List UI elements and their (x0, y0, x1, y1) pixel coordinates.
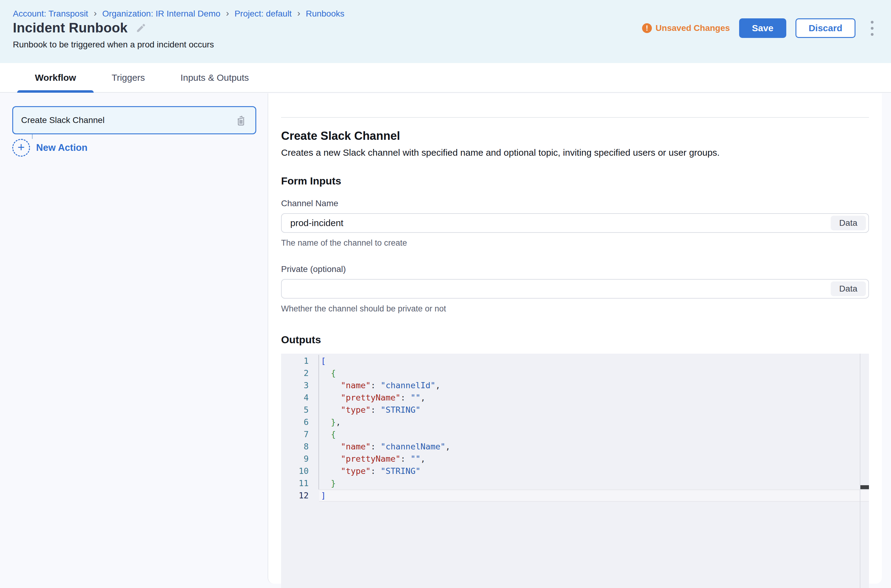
page-header: Account: Transposit › Organization: IR I… (0, 0, 891, 63)
workflow-action-label: Create Slack Channel (21, 116, 104, 125)
code-line[interactable]: 5 "type": "STRING" (281, 404, 869, 416)
discard-button[interactable]: Discard (795, 18, 855, 38)
page-subtitle: Runbook to be triggered when a prod inci… (13, 40, 214, 50)
code-line[interactable]: 9 "prettyName": "", (281, 453, 869, 465)
code-line[interactable]: 11 } (281, 477, 869, 489)
line-code: "name": "channelId", (319, 380, 869, 392)
line-number: 3 (281, 380, 319, 392)
line-number: 2 (281, 367, 319, 380)
line-number: 9 (281, 453, 319, 465)
breadcrumb-separator-icon: › (297, 8, 301, 18)
action-detail-description: Creates a new Slack channel with specifi… (281, 147, 869, 158)
outputs-heading: Outputs (281, 334, 869, 346)
workflow-connector-line (32, 134, 33, 139)
channel-name-input[interactable] (281, 213, 869, 233)
line-code: "name": "channelName", (319, 441, 869, 453)
breadcrumb-separator-icon: › (93, 8, 97, 18)
code-line[interactable]: 1[ (281, 355, 869, 367)
detail-top-divider (281, 117, 869, 118)
breadcrumb: Account: Transposit › Organization: IR I… (13, 9, 345, 19)
form-inputs-heading: Form Inputs (281, 175, 869, 187)
line-code: [ (319, 355, 869, 367)
code-line[interactable]: 6 }, (281, 416, 869, 428)
line-number: 6 (281, 416, 319, 428)
code-line[interactable]: 10 "type": "STRING" (281, 465, 869, 477)
code-line[interactable]: 3 "name": "channelId", (281, 380, 869, 392)
breadcrumb-separator-icon: › (225, 8, 230, 18)
active-tab-underline (17, 90, 94, 93)
line-code: { (319, 428, 869, 441)
code-line[interactable]: 7 { (281, 428, 869, 441)
outputs-code-editor[interactable]: 1[2 {3 "name": "channelId",4 "prettyName… (281, 354, 869, 588)
channel-name-helper: The name of the channel to create (281, 238, 869, 248)
line-code: "prettyName": "", (319, 453, 869, 465)
line-number: 1 (281, 355, 319, 367)
breadcrumb-organization[interactable]: Organization: IR Internal Demo (102, 9, 220, 19)
line-code: }, (319, 416, 869, 428)
line-number: 12 (281, 489, 319, 502)
delete-action-trash-icon[interactable] (235, 114, 247, 127)
new-action-label: New Action (36, 142, 87, 153)
workflow-actions-panel: Create Slack Channel + New Action (0, 93, 268, 588)
tab-triggers-label: Triggers (111, 72, 145, 83)
code-line[interactable]: 2 { (281, 367, 869, 380)
breadcrumb-account[interactable]: Account: Transposit (13, 9, 88, 19)
page-title: Incident Runbook (13, 20, 128, 36)
breadcrumb-project[interactable]: Project: default (235, 9, 292, 19)
action-detail-title: Create Slack Channel (281, 129, 869, 142)
private-data-button[interactable]: Data (831, 282, 866, 296)
tab-triggers[interactable]: Triggers (94, 63, 163, 92)
line-code: } (319, 477, 869, 489)
line-number: 10 (281, 465, 319, 477)
runbook-editor-app: Account: Transposit › Organization: IR I… (0, 0, 891, 588)
breadcrumb-runbooks[interactable]: Runbooks (306, 9, 345, 19)
line-number: 5 (281, 404, 319, 416)
private-helper: Whether the channel should be private or… (281, 304, 869, 314)
tab-workflow-label: Workflow (35, 72, 76, 83)
private-input[interactable] (281, 279, 869, 298)
code-line[interactable]: 12] (281, 489, 869, 502)
unsaved-changes-badge: ! Unsaved Changes (642, 23, 730, 33)
line-code: "type": "STRING" (319, 404, 869, 416)
edit-title-pencil-icon[interactable] (135, 22, 147, 33)
editor-scrollbar-thumb[interactable] (860, 485, 869, 489)
tab-inputs-outputs[interactable]: Inputs & Outputs (163, 63, 266, 92)
plus-icon: + (12, 139, 30, 157)
code-line[interactable]: 4 "prettyName": "", (281, 392, 869, 404)
code-line[interactable]: 8 "name": "channelName", (281, 441, 869, 453)
channel-name-data-button[interactable]: Data (831, 216, 866, 230)
overflow-menu-icon[interactable] (867, 18, 877, 38)
line-number: 8 (281, 441, 319, 453)
line-number: 4 (281, 392, 319, 404)
code-rows: 1[2 {3 "name": "channelId",4 "prettyName… (281, 354, 869, 502)
editor-scrollbar-track (860, 354, 860, 588)
tab-bar: Workflow Triggers Inputs & Outputs (0, 63, 891, 93)
unsaved-alert-icon: ! (642, 23, 652, 33)
line-code: "type": "STRING" (319, 465, 869, 477)
tab-workflow[interactable]: Workflow (17, 63, 94, 92)
new-action-button[interactable]: + New Action (12, 139, 257, 157)
private-label: Private (optional) (281, 264, 869, 274)
channel-name-label: Channel Name (281, 198, 869, 208)
line-code: { (319, 367, 869, 380)
action-detail-panel: Create Slack Channel Creates a new Slack… (268, 93, 882, 584)
unsaved-changes-label: Unsaved Changes (656, 23, 730, 33)
save-button[interactable]: Save (739, 18, 786, 38)
line-number: 11 (281, 477, 319, 489)
line-code: "prettyName": "", (319, 392, 869, 404)
line-code: ] (319, 489, 869, 502)
workflow-action-card[interactable]: Create Slack Channel (12, 106, 256, 134)
tab-inputs-outputs-label: Inputs & Outputs (181, 72, 248, 83)
line-number: 7 (281, 428, 319, 441)
